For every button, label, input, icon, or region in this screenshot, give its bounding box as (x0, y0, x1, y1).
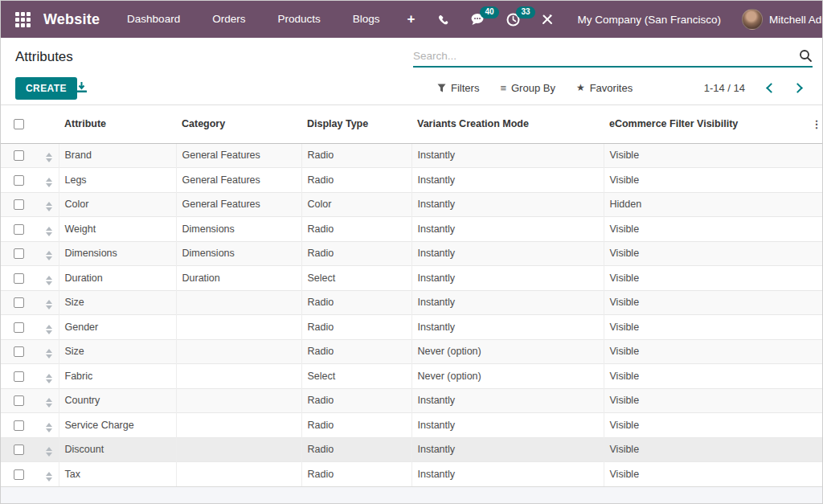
cell-attribute[interactable]: Color (59, 192, 176, 217)
cell-display-type[interactable]: Radio (301, 437, 412, 462)
cell-ecommerce[interactable]: Visible (604, 315, 809, 340)
user-menu[interactable]: Mitchell Admin (742, 9, 823, 30)
cell-category[interactable]: Duration (176, 266, 301, 291)
table-row[interactable]: ColorGeneral FeaturesColorInstantlyHidde… (1, 192, 823, 217)
cell-variants[interactable]: Instantly (412, 462, 604, 487)
cell-ecommerce[interactable]: Hidden (604, 192, 809, 217)
cell-display-type[interactable]: Radio (301, 168, 412, 193)
row-checkbox[interactable] (14, 199, 24, 210)
company-switcher[interactable]: My Company (San Francisco) (577, 14, 721, 26)
cell-display-type[interactable]: Select (301, 364, 412, 389)
tools-icon[interactable] (541, 13, 554, 26)
cell-attribute[interactable]: Service Charge (59, 413, 176, 438)
cell-ecommerce[interactable]: Visible (604, 413, 809, 438)
pager-previous-icon[interactable] (766, 83, 776, 93)
row-checkbox[interactable] (14, 469, 24, 480)
cell-ecommerce[interactable]: Visible (604, 241, 809, 266)
cell-variants[interactable]: Instantly (412, 413, 604, 438)
cell-display-type[interactable]: Select (301, 266, 412, 291)
cell-display-type[interactable]: Radio (301, 462, 412, 487)
cell-variants[interactable]: Instantly (412, 315, 604, 340)
cell-ecommerce[interactable]: Visible (604, 437, 809, 462)
cell-attribute[interactable]: Size (59, 290, 176, 315)
cell-attribute[interactable]: Country (59, 388, 176, 413)
drag-handle-icon[interactable] (46, 153, 52, 162)
table-row[interactable]: BrandGeneral FeaturesRadioInstantlyVisib… (1, 143, 823, 168)
table-row[interactable]: DurationDurationSelectInstantlyVisible (1, 266, 823, 291)
cell-category[interactable]: General Features (176, 143, 301, 168)
table-row[interactable]: CountryRadioInstantlyVisible (1, 388, 823, 413)
cell-variants[interactable]: Instantly (412, 168, 604, 193)
cell-category[interactable] (176, 290, 301, 315)
cell-category[interactable]: General Features (176, 192, 301, 217)
row-checkbox[interactable] (14, 395, 24, 406)
nav-item-dashboard[interactable]: Dashboard (111, 1, 196, 38)
drag-handle-icon[interactable] (46, 300, 52, 309)
drag-handle-icon[interactable] (46, 325, 52, 334)
cell-category[interactable]: General Features (176, 168, 301, 193)
cell-ecommerce[interactable]: Visible (604, 217, 809, 242)
row-checkbox[interactable] (14, 175, 24, 186)
drag-handle-icon[interactable] (46, 227, 52, 236)
cell-ecommerce[interactable]: Visible (604, 266, 809, 291)
row-checkbox[interactable] (14, 322, 24, 333)
cell-ecommerce[interactable]: Visible (604, 388, 809, 413)
row-checkbox[interactable] (14, 346, 24, 357)
drag-handle-icon[interactable] (46, 349, 52, 359)
table-row[interactable]: FabricSelectNever (option)Visible (1, 364, 823, 389)
cell-variants[interactable]: Instantly (412, 388, 604, 413)
drag-handle-icon[interactable] (46, 423, 52, 432)
cell-category[interactable] (176, 462, 301, 487)
optional-columns-icon[interactable]: ⋮ (809, 105, 823, 143)
table-row[interactable]: SizeRadioInstantlyVisible (1, 290, 823, 315)
cell-attribute[interactable]: Dimensions (59, 241, 176, 266)
cell-attribute[interactable]: Brand (59, 143, 176, 168)
cell-display-type[interactable]: Radio (301, 217, 412, 242)
search-icon[interactable] (799, 49, 813, 63)
column-header-variants-creation-mode[interactable]: Variants Creation Mode (412, 105, 604, 143)
activities-icon[interactable]: 33 (506, 13, 520, 27)
cell-ecommerce[interactable]: Visible (604, 364, 809, 389)
column-header-ecommerce-filter-visibility[interactable]: eCommerce Filter Visibility (604, 105, 809, 143)
cell-variants[interactable]: Instantly (412, 437, 604, 462)
cell-ecommerce[interactable]: Visible (604, 290, 809, 315)
create-button[interactable]: CREATE (15, 77, 77, 100)
favorites-button[interactable]: ★ Favorites (566, 82, 643, 94)
row-checkbox[interactable] (14, 224, 24, 235)
drag-handle-icon[interactable] (46, 398, 52, 408)
cell-ecommerce[interactable]: Visible (604, 168, 809, 193)
filters-button[interactable]: Filters (427, 82, 489, 94)
drag-handle-icon[interactable] (46, 447, 52, 457)
row-checkbox[interactable] (14, 420, 24, 431)
cell-variants[interactable]: Never (option) (412, 364, 604, 389)
drag-handle-icon[interactable] (46, 472, 52, 481)
group-by-button[interactable]: ≡ Group By (489, 82, 566, 94)
table-row[interactable]: TaxRadioInstantlyVisible (1, 462, 823, 487)
cell-category[interactable]: Dimensions (176, 241, 301, 266)
table-row[interactable]: DimensionsDimensionsRadioInstantlyVisibl… (1, 241, 823, 266)
cell-display-type[interactable]: Radio (301, 413, 412, 438)
row-checkbox[interactable] (14, 371, 24, 382)
row-checkbox[interactable] (14, 445, 24, 455)
table-row[interactable]: Service ChargeRadioInstantlyVisible (1, 413, 823, 438)
cell-attribute[interactable]: Legs (59, 168, 176, 193)
cell-variants[interactable]: Instantly (412, 290, 604, 315)
drag-handle-icon[interactable] (46, 178, 52, 187)
nav-item-blogs[interactable]: Blogs (337, 1, 396, 38)
cell-category[interactable] (176, 315, 301, 340)
pager-range[interactable]: 1-14 / 14 (704, 82, 745, 94)
search-input[interactable] (413, 50, 799, 62)
cell-display-type[interactable]: Radio (301, 290, 412, 315)
column-header-attribute[interactable]: Attribute (59, 105, 176, 143)
cell-attribute[interactable]: Weight (59, 217, 176, 242)
table-row[interactable]: LegsGeneral FeaturesRadioInstantlyVisibl… (1, 168, 823, 193)
cell-variants[interactable]: Instantly (412, 266, 604, 291)
cell-category[interactable]: Dimensions (176, 217, 301, 242)
cell-attribute[interactable]: Fabric (59, 364, 176, 389)
cell-attribute[interactable]: Tax (59, 462, 176, 487)
column-header-category[interactable]: Category (176, 105, 301, 143)
cell-ecommerce[interactable]: Visible (604, 143, 809, 168)
select-all-checkbox[interactable] (14, 119, 24, 129)
nav-item-orders[interactable]: Orders (196, 1, 261, 38)
plus-icon[interactable]: + (395, 1, 426, 38)
